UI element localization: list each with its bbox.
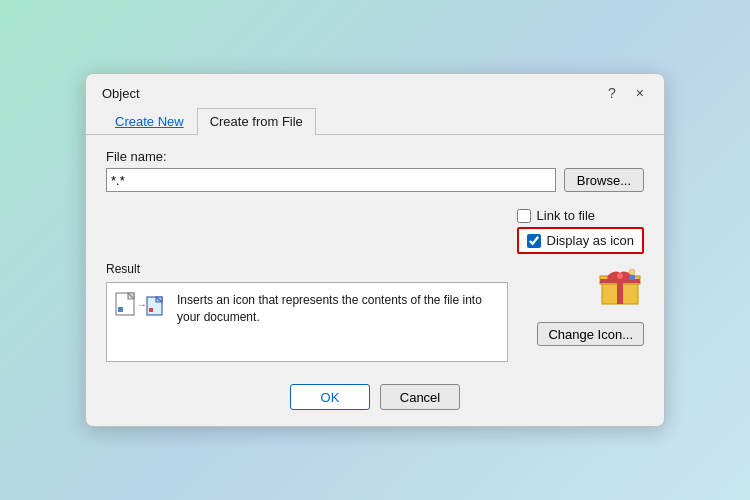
- dialog-title: Object: [102, 86, 140, 101]
- tab-create-from-file[interactable]: Create from File: [197, 108, 316, 135]
- change-icon-preview: [596, 262, 644, 310]
- tab-create-new[interactable]: Create New: [102, 108, 197, 135]
- ok-button[interactable]: OK: [290, 384, 370, 410]
- file-name-row: Browse...: [106, 168, 644, 192]
- result-label: Result: [106, 262, 508, 276]
- svg-rect-3: [118, 307, 123, 312]
- title-bar: Object ? ×: [86, 74, 664, 108]
- link-to-file-checkbox[interactable]: [517, 209, 531, 223]
- display-as-icon-label[interactable]: Display as icon: [547, 233, 634, 248]
- svg-point-16: [629, 269, 635, 275]
- object-dialog: Object ? × Create New Create from File F…: [85, 73, 665, 427]
- result-content: → Inserts an icon that represents the co…: [115, 291, 499, 327]
- result-icon-area: →: [115, 291, 167, 327]
- svg-text:→: →: [137, 299, 147, 310]
- title-bar-buttons: ? ×: [604, 84, 648, 102]
- help-button[interactable]: ?: [604, 84, 620, 102]
- link-to-file-label[interactable]: Link to file: [537, 208, 596, 223]
- cancel-button[interactable]: Cancel: [380, 384, 460, 410]
- svg-point-15: [617, 273, 623, 279]
- display-as-icon-box: Display as icon: [517, 227, 644, 254]
- svg-rect-17: [629, 275, 635, 280]
- close-button[interactable]: ×: [632, 84, 648, 102]
- link-to-file-row: Link to file: [517, 208, 596, 223]
- result-description: Inserts an icon that represents the cont…: [177, 292, 499, 326]
- dialog-body: File name: Browse... Link to file Displa…: [86, 135, 664, 426]
- button-row: OK Cancel: [106, 376, 644, 414]
- display-as-icon-checkbox[interactable]: [527, 234, 541, 248]
- file-name-label: File name:: [106, 149, 644, 164]
- result-section: Result →: [106, 262, 508, 362]
- change-icon-button[interactable]: Change Icon...: [537, 322, 644, 346]
- icon-preview-area: [596, 262, 644, 310]
- right-panel: Change Icon...: [524, 262, 644, 346]
- result-box: → Inserts an icon that represents the co…: [106, 282, 508, 362]
- svg-rect-8: [149, 308, 153, 312]
- file-name-input[interactable]: [106, 168, 556, 192]
- tab-bar: Create New Create from File: [86, 108, 664, 135]
- browse-button[interactable]: Browse...: [564, 168, 644, 192]
- result-illustration: →: [115, 291, 167, 327]
